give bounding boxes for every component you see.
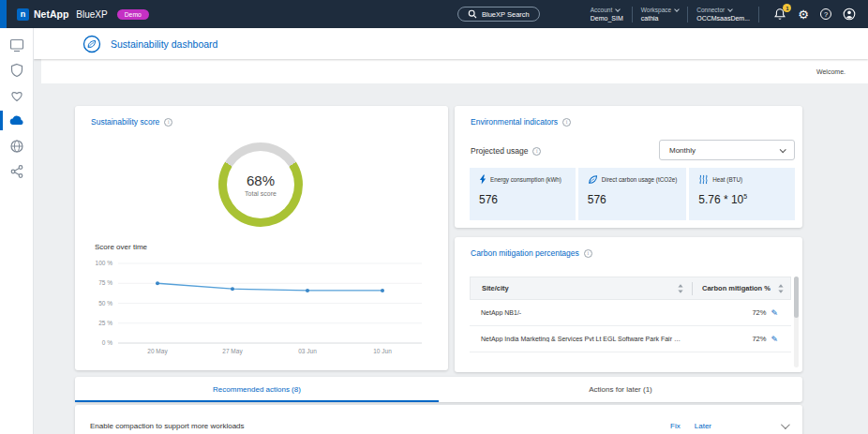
env-stats: Energy consumption (kWh) 576 Direct carb… [470,168,795,220]
mitigation-column-header[interactable]: Carbon mitigation % [693,283,790,294]
edit-icon[interactable]: ✎ [771,335,778,344]
header-divider [687,7,688,22]
notification-badge: 1 [783,4,791,12]
stat-heat: Heat (BTU) 5.76 * 105 [689,168,795,220]
header-menus: Account Demo_SIM Workspace cathia Connec… [591,0,759,28]
sort-icon[interactable] [677,283,684,294]
svg-text:27 May: 27 May [222,348,243,355]
dashboard-content: Welcome. Sustainability score 68% Total … [34,59,868,434]
connector-menu-label: Connector [696,7,725,13]
mitigation-card-title: Carbon mitigation percentages [471,248,579,258]
welcome-bar: Welcome. [41,59,868,83]
page-title: Sustainability dashboard [111,38,217,50]
mitigation-percent: 72% [752,335,766,343]
connector-menu[interactable]: Connector OCCMsaasDem... [696,7,750,22]
fix-link[interactable]: Fix [670,422,681,430]
sidebar-item-canvas[interactable] [0,32,33,57]
mitigation-table-body: NetApp NB1/-72%✎NetApp India Marketing &… [470,300,791,352]
sidebar-item-governance[interactable] [0,57,33,82]
stat-label: Energy consumption (kWh) [490,176,561,183]
cloud-icon [8,112,25,129]
tab-recommended-actions[interactable]: Recommended actions (8) [75,377,439,402]
stat-value-exp: 5 [743,193,747,200]
header-icons: 1 ⚙ [773,0,856,28]
stat-label: Heat (BTU) [712,176,742,183]
mitigation-table: Site/city Carbon mitigation % NetApp NB1… [470,277,791,372]
header-divider [758,7,759,22]
projected-usage-label: Projected usage [471,146,528,156]
table-row: NetApp NB1/-72%✎ [470,300,791,326]
product-name: BlueXP [76,9,107,20]
chevron-down-icon [615,7,621,12]
canvas-icon [8,37,25,53]
demo-badge: Demo [117,9,149,20]
svg-text:25 %: 25 % [98,320,112,326]
site-cell: NetApp NB1/- [470,309,694,316]
action-text: Enable compaction to support more worklo… [90,422,245,430]
carbon-mitigation-card: Carbon mitigation percentages Site/city … [455,237,802,372]
actions-tabs: Recommended actions (8) Actions for late… [75,377,802,402]
search-label: BlueXP Search [482,10,530,19]
period-select-value: Monthly [669,146,696,155]
top-bar: n NetApp BlueXP Demo BlueXP Search Accou… [0,0,868,28]
sidebar-item-health[interactable] [0,82,33,108]
stat-carbon: Direct carbon usage (tCO2e) 576 [578,168,687,220]
sustainability-donut: 68% Total score [218,142,303,227]
expand-chevron-icon[interactable] [781,420,790,429]
sidebar-item-share[interactable] [0,158,33,184]
stat-value: 576 [479,193,498,206]
account-menu-label: Account [591,7,613,13]
svg-text:10 Jun: 10 Jun [373,348,392,354]
left-sidebar [0,28,34,434]
table-scrollbar [794,277,799,367]
sort-icon[interactable] [777,283,785,294]
score-card-title: Sustainability score [91,117,159,127]
score-line-chart: 100 %75 %50 %25 %0 %20 May27 May03 Jun10… [82,254,442,359]
sidebar-item-extend[interactable] [0,133,33,158]
info-icon[interactable] [164,118,172,127]
carbon-icon [588,174,598,185]
environmental-indicators-card: Environmental indicators Projected usage… [455,106,802,228]
globe-icon [8,138,25,155]
heat-icon [698,174,709,185]
workspace-menu[interactable]: Workspace cathia [641,7,679,22]
site-column-header[interactable]: Site/city [471,283,692,294]
chevron-down-icon [674,7,680,12]
user-avatar-icon[interactable] [843,7,856,21]
account-menu[interactable]: Account Demo_SIM [591,7,623,22]
settings-gear-icon[interactable]: ⚙ [798,8,809,21]
stat-label: Direct carbon usage (tCO2e) [602,176,678,183]
stat-value: 5.76 * 10 [698,193,743,206]
sidebar-item-mobility-active[interactable] [0,108,33,133]
info-icon[interactable] [562,118,571,127]
svg-text:03 Jun: 03 Jun [298,348,317,354]
later-link[interactable]: Later [695,422,711,430]
notifications-button[interactable]: 1 [773,7,786,21]
site-cell: NetApp India Marketing & Services Pvt Lt… [470,336,694,342]
info-icon[interactable] [532,147,541,156]
tab-actions-for-later[interactable]: Actions for later (1) [439,377,802,402]
column-label: Carbon mitigation % [702,284,771,292]
mitigation-cell: 72%✎ [694,335,791,344]
workspace-menu-label: Workspace [641,7,671,13]
help-icon[interactable] [820,8,831,20]
page-header: Sustainability dashboard [34,28,868,59]
svg-text:100 %: 100 % [96,260,113,266]
scrollbar-thumb[interactable] [794,277,799,318]
chevron-down-icon [727,7,733,12]
info-icon[interactable] [584,249,592,258]
total-score-label: Total score [245,190,277,197]
account-menu-value: Demo_SIM [591,15,623,22]
period-select[interactable]: Monthly [659,140,795,160]
edit-icon[interactable]: ✎ [771,308,778,318]
recommended-action-row: Enable compaction to support more worklo… [75,405,802,434]
share-icon [8,163,25,180]
column-label: Site/city [482,284,509,292]
bluexp-search-button[interactable]: BlueXP Search [457,7,540,22]
env-card-title: Environmental indicators [471,117,558,127]
workspace-menu-value: cathia [641,15,679,22]
table-header-row: Site/city Carbon mitigation % [470,277,791,300]
svg-text:20 May: 20 May [147,348,168,355]
mitigation-percent: 72% [752,308,766,317]
svg-text:50 %: 50 % [98,300,112,307]
